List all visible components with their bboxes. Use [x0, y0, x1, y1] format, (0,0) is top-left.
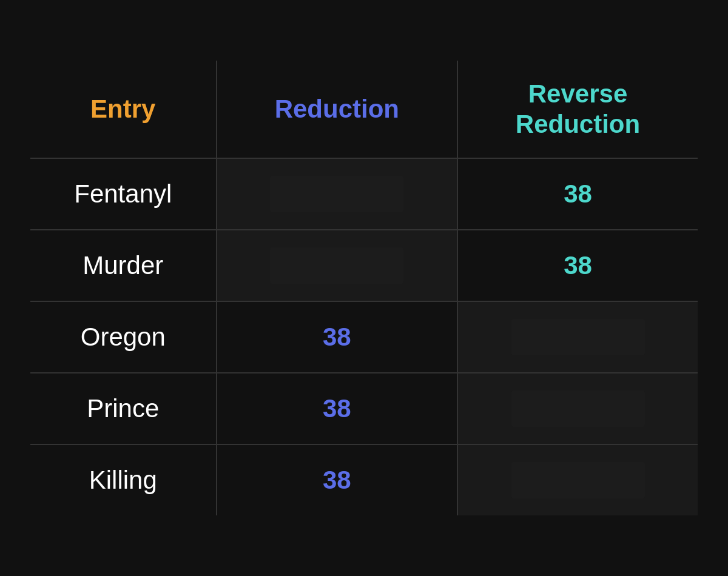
reverse-reduction-cell [457, 301, 698, 373]
blank-block [511, 390, 645, 427]
blank-block [270, 176, 403, 212]
table-row: Killing38 [30, 444, 698, 515]
reduction-cell [217, 158, 457, 230]
entry-cell: Murder [30, 230, 217, 301]
entry-cell: Oregon [30, 301, 217, 373]
reverse-reduction-cell: 38 [457, 230, 698, 301]
table-row: Fentanyl38 [30, 158, 698, 230]
entry-cell: Prince [30, 373, 217, 444]
data-table: Entry Reduction Reverse Reduction Fentan… [30, 61, 698, 516]
entry-column-header: Entry [30, 61, 217, 159]
header-row: Entry Reduction Reverse Reduction [30, 61, 698, 159]
entry-cell: Fentanyl [30, 158, 217, 230]
blank-block [511, 462, 645, 498]
reverse-reduction-cell: 38 [457, 158, 698, 230]
table-row: Oregon38 [30, 301, 698, 373]
reverse-reduction-cell [457, 373, 698, 444]
table-row: Murder38 [30, 230, 698, 301]
reverse-reduction-column-header: Reverse Reduction [457, 61, 698, 159]
reverse-reduction-cell [457, 444, 698, 515]
table-body: Fentanyl38Murder38Oregon38Prince38Killin… [30, 158, 698, 515]
blank-block [511, 319, 645, 355]
reduction-cell: 38 [217, 444, 457, 515]
main-table-container: Entry Reduction Reverse Reduction Fentan… [30, 61, 698, 516]
table-row: Prince38 [30, 373, 698, 444]
blank-block [270, 247, 403, 284]
reduction-column-header: Reduction [217, 61, 457, 159]
reduction-cell: 38 [217, 373, 457, 444]
reduction-cell: 38 [217, 301, 457, 373]
reduction-cell [217, 230, 457, 301]
entry-cell: Killing [30, 444, 217, 515]
